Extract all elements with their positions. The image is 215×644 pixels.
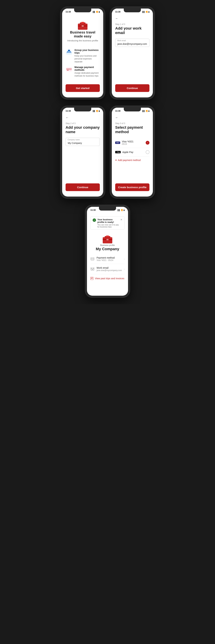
profile-name: My Company — [96, 247, 119, 251]
screen-title-4: Select payment method — [115, 125, 149, 134]
create-profile-button[interactable]: Create business profile — [115, 184, 149, 191]
status-icons-3: ▌▌ 📶 ▮ — [93, 110, 100, 112]
applepay-name: Apple Pay — [122, 151, 133, 154]
status-time-3: 11:16 — [66, 110, 71, 112]
email-row-text: Work email jane.doe@mycompany.com — [97, 266, 122, 272]
applepay-radio-empty[interactable] — [146, 150, 149, 154]
payment-row-text: Payment method Visa *4321 · 05/24 — [97, 256, 115, 262]
screen-4-content: ← Step 3 of 3 Select payment method VISA… — [112, 113, 153, 196]
toast-title: Your business profile is ready! — [97, 218, 119, 224]
work-email-sub: jane.doe@mycompany.com — [97, 269, 122, 272]
screen-5: 11:16 ▌▌ 📶 ▮ ✓ Your business profile is … — [87, 207, 128, 296]
signal-icon-5: ▌▌ — [118, 209, 120, 211]
svg-rect-20 — [91, 268, 94, 270]
feature-list-1: Group your business trips Keep your busi… — [66, 49, 100, 80]
phone-3: 11:16 ▌▌ 📶 ▮ ← Step 2 of 3 Add your comp… — [60, 106, 105, 198]
applepay-logo:  Pay — [115, 151, 121, 153]
screen-title-3: Add your company name — [66, 125, 100, 134]
email-row-left: Work email jane.doe@mycompany.com — [90, 266, 122, 272]
toast-check-icon: ✓ — [93, 218, 96, 222]
view-trips-label: View past trips and invoices — [95, 277, 124, 280]
svg-rect-6 — [68, 50, 70, 51]
svg-rect-19 — [91, 258, 94, 259]
wifi-icon-3: 📶 — [96, 110, 98, 112]
payment-info-visa: Visa *4321 05/24 — [122, 140, 133, 145]
svg-rect-15 — [106, 236, 109, 237]
battery-icon: ▮ — [99, 11, 100, 13]
card-row-icon — [90, 257, 95, 261]
notch-1 — [74, 8, 91, 12]
email-row-icon — [90, 267, 95, 271]
feature-icon-payment — [66, 66, 72, 73]
battery-icon-4: ▮ — [148, 110, 149, 112]
back-button-4[interactable]: ← — [115, 116, 119, 120]
toast-text: ✓ Your business profile is ready! You ca… — [93, 218, 119, 228]
company-input-wrap: Company name — [66, 138, 100, 146]
hero-title-1: Business travel made easy — [66, 30, 100, 38]
notch-4 — [124, 108, 141, 112]
profile-label: Business profile — [100, 244, 115, 246]
screen-1: 11:16 ▌▌ 📶 ▮ Busines — [62, 8, 103, 98]
payment-method-sub: Visa *4321 · 05/24 — [97, 259, 115, 262]
spacer-2 — [115, 50, 149, 84]
email-icon — [91, 268, 94, 270]
back-button-2[interactable]: ← — [115, 17, 119, 20]
payment-method-title: Payment method — [97, 256, 115, 259]
visa-radio-selected[interactable]: ✓ — [146, 141, 149, 144]
continue-button-2[interactable]: Continue — [115, 84, 149, 92]
status-time-4: 11:16 — [115, 110, 120, 112]
hero-subtitle-1: Introducing the business profile — [67, 39, 98, 42]
feature-desc-1: Assign dedicated payment methods for bus… — [75, 72, 100, 78]
briefcase-hero-icon — [77, 20, 89, 30]
spacer-3 — [66, 149, 100, 184]
feature-icon-trips — [66, 49, 72, 56]
screen-3: 11:16 ▌▌ 📶 ▮ ← Step 2 of 3 Add your comp… — [62, 108, 103, 196]
email-chevron-icon: › — [124, 268, 125, 270]
work-email-title: Work email — [97, 266, 122, 269]
visa-logo: VISA — [115, 142, 120, 144]
btn-area-4: Create business profile — [115, 184, 149, 196]
status-icons-1: ▌▌ 📶 ▮ — [93, 11, 100, 13]
signal-icon: ▌▌ — [93, 11, 95, 13]
payment-option-visa[interactable]: VISA Visa *4321 05/24 ✓ — [115, 138, 149, 148]
work-email-row[interactable]: Work email jane.doe@mycompany.com › — [90, 264, 125, 274]
visa-name: Visa *4321 — [122, 140, 133, 143]
notch-3 — [74, 108, 91, 112]
toast-sub: You can now use it to pay for business t… — [97, 224, 119, 228]
continue-button-3[interactable]: Continue — [66, 184, 100, 191]
screen-title-2: Add your work email — [115, 26, 149, 35]
svg-rect-21 — [91, 277, 93, 280]
payment-left-applepay:  Pay Apple Pay — [115, 151, 133, 154]
svg-rect-8 — [67, 52, 69, 52]
notch-5 — [99, 207, 116, 210]
card-icon — [91, 258, 94, 260]
btn-area-3: Continue — [66, 184, 100, 196]
hero-area-1: Business travel made easy Introducing th… — [66, 17, 100, 47]
status-time-1: 11:16 — [66, 10, 71, 13]
toast-close-button[interactable]: ✕ — [120, 218, 122, 221]
wifi-icon-2: 📶 — [146, 11, 148, 13]
payment-method-row[interactable]: Payment method Visa *4321 · 05/24 › — [90, 254, 125, 264]
add-payment-label: Add payment method — [118, 159, 140, 162]
feature-desc-0: Keep your business and personal expenses… — [75, 54, 100, 63]
status-time-5: 11:16 — [90, 209, 96, 211]
svg-rect-7 — [66, 52, 72, 53]
view-trips-link[interactable]: View past trips and invoices — [90, 274, 125, 283]
get-started-button[interactable]: Get started — [66, 84, 100, 92]
status-icons-2: ▌▌ 📶 ▮ — [143, 11, 149, 13]
row-2: 11:16 ▌▌ 📶 ▮ ← Step 2 of 3 Add your comp… — [60, 106, 155, 198]
wifi-icon-4: 📶 — [146, 110, 148, 112]
profile-hero: Business profile My Company — [90, 232, 125, 254]
add-payment-link[interactable]: + Add payment method — [115, 156, 149, 164]
visa-sub: 05/24 — [122, 143, 133, 145]
btn-area-1: Get started — [66, 84, 100, 98]
payment-chevron-icon: › — [124, 258, 125, 260]
battery-icon-5: ▮ — [124, 209, 125, 211]
svg-rect-9 — [69, 52, 71, 52]
payment-option-applepay[interactable]:  Pay Apple Pay — [115, 148, 149, 156]
svg-rect-4 — [82, 25, 84, 27]
back-button-3[interactable]: ← — [66, 116, 70, 120]
svg-rect-11 — [66, 68, 72, 70]
step-label-3: Step 2 of 3 — [66, 122, 100, 124]
screen-5-content: ✓ Your business profile is ready! You ca… — [87, 212, 128, 296]
